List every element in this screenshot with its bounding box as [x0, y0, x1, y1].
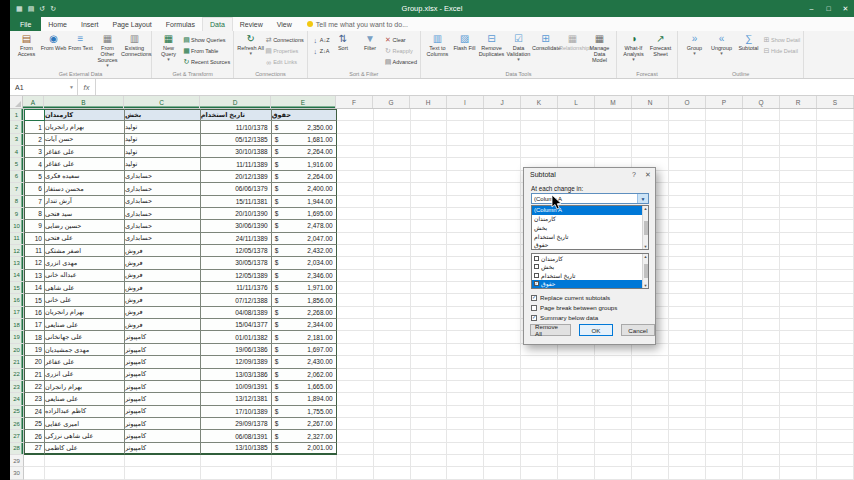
- cell[interactable]: [374, 467, 411, 479]
- cell[interactable]: $2,181.00: [272, 331, 337, 343]
- cell[interactable]: [558, 406, 595, 418]
- column-header-B[interactable]: B: [44, 96, 124, 108]
- cell[interactable]: [780, 146, 817, 158]
- cell[interactable]: [743, 158, 780, 170]
- cell[interactable]: [780, 381, 817, 393]
- cell[interactable]: [411, 245, 448, 257]
- active-cell[interactable]: [24, 109, 45, 121]
- cell[interactable]: [558, 344, 595, 356]
- cell[interactable]: [337, 233, 374, 245]
- cell[interactable]: [669, 134, 706, 146]
- cell[interactable]: [411, 393, 448, 405]
- cell[interactable]: [743, 109, 780, 121]
- cell[interactable]: کامپیوتر: [125, 381, 201, 393]
- dropdown-option[interactable]: حقوق: [532, 240, 642, 249]
- cell[interactable]: [595, 443, 632, 455]
- cell[interactable]: [817, 233, 854, 245]
- cell[interactable]: 20/10/1390: [201, 208, 272, 220]
- cell[interactable]: کامپیوتر: [125, 406, 201, 418]
- cell[interactable]: 17/10/1389: [201, 406, 272, 418]
- cell[interactable]: [706, 146, 743, 158]
- cell[interactable]: [374, 233, 411, 245]
- cell[interactable]: 3: [24, 146, 45, 158]
- row-header-11[interactable]: 11: [10, 233, 24, 245]
- cell[interactable]: [743, 183, 780, 195]
- cell[interactable]: $2,350.00: [272, 121, 337, 133]
- subtotal-field-option[interactable]: تاریخ استخدام: [532, 271, 642, 280]
- cell[interactable]: [595, 430, 632, 442]
- cell[interactable]: [374, 183, 411, 195]
- cell[interactable]: [632, 121, 669, 133]
- cell[interactable]: [780, 245, 817, 257]
- cell[interactable]: [484, 319, 521, 331]
- ribbon-button-from-access[interactable]: ▤From Access: [13, 32, 40, 57]
- cell[interactable]: [447, 294, 484, 306]
- cell[interactable]: 11/10/1378: [201, 121, 272, 133]
- cell[interactable]: [337, 257, 374, 269]
- cell[interactable]: [484, 331, 521, 343]
- cell[interactable]: 10: [24, 233, 45, 245]
- cell[interactable]: فروش: [125, 319, 201, 331]
- cell[interactable]: $1,697.00: [272, 344, 337, 356]
- cell[interactable]: [669, 467, 706, 479]
- cell[interactable]: $2,344.00: [272, 319, 337, 331]
- cell[interactable]: کامپیوتر: [125, 418, 201, 430]
- column-header-A[interactable]: A: [23, 96, 44, 108]
- cell[interactable]: $1,894.00: [272, 393, 337, 405]
- cell[interactable]: $2,264.00: [272, 146, 337, 158]
- ribbon-button-from-text[interactable]: ≡From Text: [67, 32, 94, 51]
- cell[interactable]: [743, 406, 780, 418]
- column-header-F[interactable]: F: [336, 96, 373, 108]
- cell[interactable]: 12/09/1389: [201, 356, 272, 368]
- cell[interactable]: [337, 356, 374, 368]
- cell[interactable]: [743, 121, 780, 133]
- cell[interactable]: [706, 171, 743, 183]
- cell[interactable]: [817, 146, 854, 158]
- cell[interactable]: [521, 121, 558, 133]
- cell[interactable]: [706, 158, 743, 170]
- ribbon-button-edit-links[interactable]: ∞Edit Links: [264, 57, 304, 67]
- cell[interactable]: [743, 467, 780, 479]
- cell[interactable]: [817, 406, 854, 418]
- cell[interactable]: [743, 270, 780, 282]
- ribbon-button-properties[interactable]: ▤Properties: [264, 46, 304, 56]
- cell[interactable]: [411, 171, 448, 183]
- cell[interactable]: [447, 430, 484, 442]
- scroll-up-icon[interactable]: ▲: [644, 254, 648, 259]
- ribbon-button-show-queries[interactable]: ▤Show Queries: [182, 35, 230, 45]
- cell[interactable]: [780, 307, 817, 319]
- cell[interactable]: [632, 467, 669, 479]
- cell[interactable]: [669, 356, 706, 368]
- cell[interactable]: [411, 270, 448, 282]
- cell[interactable]: [632, 134, 669, 146]
- cell[interactable]: [743, 331, 780, 343]
- cell[interactable]: [337, 146, 374, 158]
- cell[interactable]: [743, 233, 780, 245]
- cell[interactable]: [411, 196, 448, 208]
- cell[interactable]: [743, 257, 780, 269]
- cell[interactable]: [706, 121, 743, 133]
- cell[interactable]: تاریخ استخدام: [201, 109, 272, 121]
- cell[interactable]: [632, 344, 669, 356]
- cell[interactable]: [337, 183, 374, 195]
- cell[interactable]: [484, 208, 521, 220]
- tab-review[interactable]: Review: [233, 17, 270, 31]
- cell[interactable]: [411, 109, 448, 121]
- cell[interactable]: [780, 109, 817, 121]
- cell[interactable]: [521, 344, 558, 356]
- cell[interactable]: 23: [24, 393, 45, 405]
- cell[interactable]: [706, 196, 743, 208]
- cell[interactable]: [706, 270, 743, 282]
- cell[interactable]: [743, 208, 780, 220]
- cell[interactable]: 16: [24, 307, 45, 319]
- cell[interactable]: [780, 443, 817, 455]
- cell[interactable]: [706, 245, 743, 257]
- cell[interactable]: [706, 356, 743, 368]
- cell[interactable]: [484, 455, 521, 467]
- cell[interactable]: [374, 344, 411, 356]
- cell[interactable]: بهرام رانجران: [45, 381, 125, 393]
- cell[interactable]: [743, 196, 780, 208]
- subtotal-field-option[interactable]: بخش: [532, 263, 642, 272]
- cell[interactable]: [411, 467, 448, 479]
- cell[interactable]: $2,264.00: [272, 171, 337, 183]
